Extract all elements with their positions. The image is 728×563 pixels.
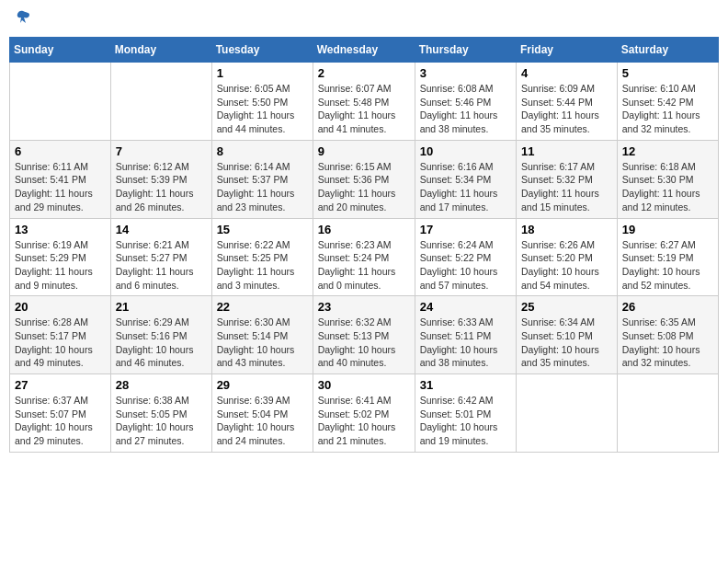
calendar-cell: 12Sunrise: 6:18 AM Sunset: 5:30 PM Dayli… <box>617 140 718 218</box>
day-number: 22 <box>217 300 308 314</box>
calendar-week-row: 1Sunrise: 6:05 AM Sunset: 5:50 PM Daylig… <box>10 63 719 141</box>
calendar-day-header: Saturday <box>617 38 718 63</box>
day-number: 18 <box>521 223 612 236</box>
calendar-cell: 2Sunrise: 6:07 AM Sunset: 5:48 PM Daylig… <box>313 63 415 141</box>
calendar-week-row: 6Sunrise: 6:11 AM Sunset: 5:41 PM Daylig… <box>10 140 719 218</box>
day-number: 26 <box>622 300 713 314</box>
day-info: Sunrise: 6:29 AM Sunset: 5:16 PM Dayligh… <box>116 316 207 370</box>
day-number: 10 <box>420 144 511 158</box>
calendar-cell: 22Sunrise: 6:30 AM Sunset: 5:14 PM Dayli… <box>211 296 313 374</box>
day-number: 15 <box>217 223 308 236</box>
calendar-week-row: 20Sunrise: 6:28 AM Sunset: 5:17 PM Dayli… <box>10 296 719 374</box>
day-info: Sunrise: 6:19 AM Sunset: 5:29 PM Dayligh… <box>15 238 106 293</box>
day-info: Sunrise: 6:27 AM Sunset: 5:19 PM Dayligh… <box>622 238 713 293</box>
day-info: Sunrise: 6:30 AM Sunset: 5:14 PM Dayligh… <box>217 316 308 370</box>
day-number: 13 <box>15 223 106 236</box>
day-info: Sunrise: 6:18 AM Sunset: 5:30 PM Dayligh… <box>622 160 713 214</box>
calendar-cell: 1Sunrise: 6:05 AM Sunset: 5:50 PM Daylig… <box>211 63 313 141</box>
day-info: Sunrise: 6:35 AM Sunset: 5:08 PM Dayligh… <box>622 316 713 370</box>
calendar-cell: 19Sunrise: 6:27 AM Sunset: 5:19 PM Dayli… <box>617 218 718 296</box>
calendar-day-header: Monday <box>110 38 211 63</box>
day-number: 16 <box>318 223 410 236</box>
calendar-cell: 8Sunrise: 6:14 AM Sunset: 5:37 PM Daylig… <box>211 140 313 218</box>
day-number: 11 <box>521 144 612 158</box>
calendar-cell: 14Sunrise: 6:21 AM Sunset: 5:27 PM Dayli… <box>110 218 211 296</box>
day-info: Sunrise: 6:11 AM Sunset: 5:41 PM Dayligh… <box>15 160 106 214</box>
calendar-day-header: Friday <box>517 38 618 63</box>
calendar-cell <box>110 63 211 141</box>
calendar-cell: 17Sunrise: 6:24 AM Sunset: 5:22 PM Dayli… <box>415 218 516 296</box>
day-number: 31 <box>420 378 511 392</box>
calendar-cell: 29Sunrise: 6:39 AM Sunset: 5:04 PM Dayli… <box>211 374 313 453</box>
calendar-cell: 16Sunrise: 6:23 AM Sunset: 5:24 PM Dayli… <box>313 218 415 296</box>
calendar-cell: 15Sunrise: 6:22 AM Sunset: 5:25 PM Dayli… <box>211 218 313 296</box>
calendar-week-row: 27Sunrise: 6:37 AM Sunset: 5:07 PM Dayli… <box>10 374 719 453</box>
day-info: Sunrise: 6:34 AM Sunset: 5:10 PM Dayligh… <box>521 316 612 370</box>
day-number: 17 <box>420 223 511 236</box>
calendar-table: SundayMondayTuesdayWednesdayThursdayFrid… <box>9 37 719 453</box>
calendar-cell: 23Sunrise: 6:32 AM Sunset: 5:13 PM Dayli… <box>313 296 415 374</box>
day-info: Sunrise: 6:16 AM Sunset: 5:34 PM Dayligh… <box>420 160 511 214</box>
day-info: Sunrise: 6:33 AM Sunset: 5:11 PM Dayligh… <box>420 316 511 370</box>
day-number: 5 <box>622 66 713 80</box>
calendar-cell: 30Sunrise: 6:41 AM Sunset: 5:02 PM Dayli… <box>313 374 415 453</box>
day-info: Sunrise: 6:24 AM Sunset: 5:22 PM Dayligh… <box>420 238 511 293</box>
day-info: Sunrise: 6:05 AM Sunset: 5:50 PM Dayligh… <box>217 82 308 136</box>
day-number: 6 <box>15 144 106 158</box>
calendar-cell: 24Sunrise: 6:33 AM Sunset: 5:11 PM Dayli… <box>415 296 516 374</box>
day-number: 14 <box>116 223 207 236</box>
day-info: Sunrise: 6:41 AM Sunset: 5:02 PM Dayligh… <box>318 394 410 448</box>
day-number: 2 <box>318 66 410 80</box>
calendar-day-header: Sunday <box>10 38 111 63</box>
day-info: Sunrise: 6:38 AM Sunset: 5:05 PM Dayligh… <box>116 394 207 448</box>
calendar-cell: 21Sunrise: 6:29 AM Sunset: 5:16 PM Dayli… <box>110 296 211 374</box>
day-info: Sunrise: 6:08 AM Sunset: 5:46 PM Dayligh… <box>420 82 511 136</box>
day-number: 19 <box>622 223 713 236</box>
calendar-cell: 13Sunrise: 6:19 AM Sunset: 5:29 PM Dayli… <box>10 218 111 296</box>
calendar-week-row: 13Sunrise: 6:19 AM Sunset: 5:29 PM Dayli… <box>10 218 719 296</box>
calendar-cell: 6Sunrise: 6:11 AM Sunset: 5:41 PM Daylig… <box>10 140 111 218</box>
day-number: 24 <box>420 300 511 314</box>
day-number: 21 <box>116 300 207 314</box>
day-info: Sunrise: 6:26 AM Sunset: 5:20 PM Dayligh… <box>521 238 612 293</box>
calendar-cell: 26Sunrise: 6:35 AM Sunset: 5:08 PM Dayli… <box>617 296 718 374</box>
day-info: Sunrise: 6:17 AM Sunset: 5:32 PM Dayligh… <box>521 160 612 214</box>
day-info: Sunrise: 6:12 AM Sunset: 5:39 PM Dayligh… <box>116 160 207 214</box>
day-info: Sunrise: 6:28 AM Sunset: 5:17 PM Dayligh… <box>15 316 106 370</box>
logo <box>13 9 31 29</box>
day-number: 12 <box>622 144 713 158</box>
day-info: Sunrise: 6:22 AM Sunset: 5:25 PM Dayligh… <box>217 238 308 293</box>
calendar-cell: 7Sunrise: 6:12 AM Sunset: 5:39 PM Daylig… <box>110 140 211 218</box>
day-info: Sunrise: 6:21 AM Sunset: 5:27 PM Dayligh… <box>116 238 207 293</box>
calendar-cell: 9Sunrise: 6:15 AM Sunset: 5:36 PM Daylig… <box>313 140 415 218</box>
calendar-cell: 10Sunrise: 6:16 AM Sunset: 5:34 PM Dayli… <box>415 140 516 218</box>
page-header <box>9 9 719 29</box>
day-number: 3 <box>420 66 511 80</box>
calendar-cell: 28Sunrise: 6:38 AM Sunset: 5:05 PM Dayli… <box>110 374 211 453</box>
day-number: 4 <box>521 66 612 80</box>
day-info: Sunrise: 6:07 AM Sunset: 5:48 PM Dayligh… <box>318 82 410 136</box>
calendar-cell: 25Sunrise: 6:34 AM Sunset: 5:10 PM Dayli… <box>517 296 618 374</box>
day-number: 29 <box>217 378 308 392</box>
day-info: Sunrise: 6:37 AM Sunset: 5:07 PM Dayligh… <box>15 394 106 448</box>
day-info: Sunrise: 6:32 AM Sunset: 5:13 PM Dayligh… <box>318 316 410 370</box>
day-number: 8 <box>217 144 308 158</box>
day-info: Sunrise: 6:42 AM Sunset: 5:01 PM Dayligh… <box>420 394 511 448</box>
calendar-day-header: Thursday <box>415 38 516 63</box>
day-number: 30 <box>318 378 410 392</box>
day-number: 20 <box>15 300 106 314</box>
calendar-header-row: SundayMondayTuesdayWednesdayThursdayFrid… <box>10 38 719 63</box>
calendar-cell <box>10 63 111 141</box>
calendar-day-header: Tuesday <box>211 38 313 63</box>
calendar-cell: 11Sunrise: 6:17 AM Sunset: 5:32 PM Dayli… <box>517 140 618 218</box>
day-number: 1 <box>217 66 308 80</box>
day-number: 28 <box>116 378 207 392</box>
calendar-day-header: Wednesday <box>313 38 415 63</box>
calendar-cell: 3Sunrise: 6:08 AM Sunset: 5:46 PM Daylig… <box>415 63 516 141</box>
calendar-cell: 4Sunrise: 6:09 AM Sunset: 5:44 PM Daylig… <box>517 63 618 141</box>
calendar-cell: 20Sunrise: 6:28 AM Sunset: 5:17 PM Dayli… <box>10 296 111 374</box>
day-info: Sunrise: 6:23 AM Sunset: 5:24 PM Dayligh… <box>318 238 410 293</box>
day-info: Sunrise: 6:39 AM Sunset: 5:04 PM Dayligh… <box>217 394 308 448</box>
day-number: 25 <box>521 300 612 314</box>
day-info: Sunrise: 6:14 AM Sunset: 5:37 PM Dayligh… <box>217 160 308 214</box>
